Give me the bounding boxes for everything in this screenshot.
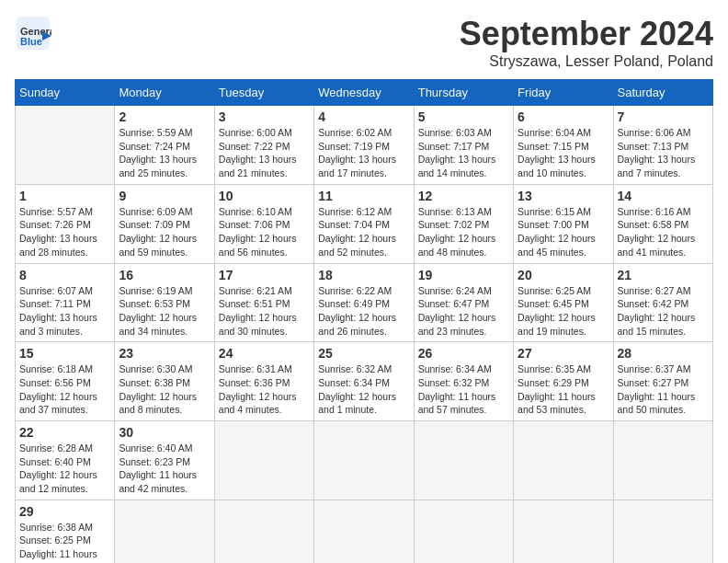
- calendar-cell: 8 Sunrise: 6:07 AMSunset: 7:11 PMDayligh…: [16, 263, 115, 342]
- day-number: 2: [119, 109, 210, 124]
- day-number: 8: [19, 268, 110, 282]
- calendar-cell: 24 Sunrise: 6:31 AMSunset: 6:36 PMDaylig…: [214, 342, 313, 421]
- col-thursday: Thursday: [414, 80, 513, 106]
- day-info: Sunrise: 6:31 AMSunset: 6:36 PMDaylight:…: [219, 362, 310, 417]
- day-number: 4: [318, 109, 409, 124]
- day-info: Sunrise: 6:03 AMSunset: 7:17 PMDaylight:…: [418, 126, 509, 180]
- col-monday: Monday: [115, 80, 214, 106]
- calendar-week-6: 29 Sunrise: 6:38 AMSunset: 6:25 PMDaylig…: [16, 500, 713, 563]
- day-number: 21: [618, 268, 709, 282]
- calendar-cell: 7 Sunrise: 6:06 AMSunset: 7:13 PMDayligh…: [613, 106, 712, 185]
- month-title: September 2024: [460, 15, 713, 53]
- calendar-cell: 21 Sunrise: 6:27 AMSunset: 6:42 PMDaylig…: [613, 263, 712, 342]
- day-info: Sunrise: 6:19 AMSunset: 6:53 PMDaylight:…: [119, 284, 210, 339]
- calendar-table: Sunday Monday Tuesday Wednesday Thursday…: [15, 79, 713, 563]
- day-info: Sunrise: 6:38 AMSunset: 6:25 PMDaylight:…: [19, 521, 110, 563]
- day-number: 12: [418, 189, 509, 203]
- calendar-cell: 19 Sunrise: 6:24 AMSunset: 6:47 PMDaylig…: [414, 263, 513, 342]
- day-number: 7: [618, 109, 709, 124]
- day-number: 1: [19, 189, 110, 203]
- day-info: Sunrise: 6:18 AMSunset: 6:56 PMDaylight:…: [19, 362, 110, 417]
- day-info: Sunrise: 6:40 AMSunset: 6:23 PMDaylight:…: [119, 442, 210, 496]
- calendar-cell: [314, 500, 414, 563]
- calendar-cell: 26 Sunrise: 6:34 AMSunset: 6:32 PMDaylig…: [414, 342, 513, 421]
- calendar-cell: [214, 500, 313, 563]
- day-number: 11: [318, 189, 409, 203]
- calendar-cell: 2 Sunrise: 5:59 AMSunset: 7:24 PMDayligh…: [115, 106, 214, 185]
- day-number: 10: [219, 189, 310, 203]
- day-info: Sunrise: 6:37 AMSunset: 6:27 PMDaylight:…: [618, 362, 709, 417]
- day-info: Sunrise: 6:28 AMSunset: 6:40 PMDaylight:…: [19, 442, 110, 496]
- calendar-week-3: 8 Sunrise: 6:07 AMSunset: 7:11 PMDayligh…: [16, 263, 713, 342]
- day-number: 23: [119, 346, 210, 361]
- day-info: Sunrise: 6:32 AMSunset: 6:34 PMDaylight:…: [318, 362, 409, 417]
- day-number: 20: [518, 268, 609, 282]
- calendar-cell: 27 Sunrise: 6:35 AMSunset: 6:29 PMDaylig…: [514, 342, 613, 421]
- calendar-cell: [514, 500, 613, 563]
- day-number: 30: [119, 425, 210, 440]
- calendar-cell: 17 Sunrise: 6:21 AMSunset: 6:51 PMDaylig…: [214, 263, 313, 342]
- calendar-week-2: 1 Sunrise: 5:57 AMSunset: 7:26 PMDayligh…: [16, 184, 713, 263]
- calendar-header-row: Sunday Monday Tuesday Wednesday Thursday…: [16, 80, 713, 106]
- calendar-cell: [613, 421, 712, 500]
- calendar-cell: 23 Sunrise: 6:30 AMSunset: 6:38 PMDaylig…: [115, 342, 214, 421]
- svg-text:Blue: Blue: [20, 36, 42, 47]
- calendar-cell: [613, 500, 712, 563]
- col-sunday: Sunday: [16, 80, 115, 106]
- calendar-week-5: 22 Sunrise: 6:28 AMSunset: 6:40 PMDaylig…: [16, 421, 713, 500]
- logo: General Blue: [15, 15, 51, 52]
- calendar-cell: 13 Sunrise: 6:15 AMSunset: 7:00 PMDaylig…: [514, 184, 613, 263]
- col-saturday: Saturday: [613, 80, 712, 106]
- calendar-cell: 29 Sunrise: 6:38 AMSunset: 6:25 PMDaylig…: [16, 500, 115, 563]
- day-number: 22: [19, 425, 110, 440]
- calendar-cell: [314, 421, 414, 500]
- col-friday: Friday: [514, 80, 613, 106]
- day-info: Sunrise: 6:24 AMSunset: 6:47 PMDaylight:…: [418, 284, 509, 339]
- day-info: Sunrise: 6:04 AMSunset: 7:15 PMDaylight:…: [518, 126, 609, 180]
- calendar-cell: 6 Sunrise: 6:04 AMSunset: 7:15 PMDayligh…: [514, 106, 613, 185]
- calendar-week-4: 15 Sunrise: 6:18 AMSunset: 6:56 PMDaylig…: [16, 342, 713, 421]
- calendar-cell: 16 Sunrise: 6:19 AMSunset: 6:53 PMDaylig…: [115, 263, 214, 342]
- col-wednesday: Wednesday: [314, 80, 414, 106]
- day-info: Sunrise: 6:12 AMSunset: 7:04 PMDaylight:…: [318, 205, 409, 259]
- day-number: 18: [318, 268, 409, 282]
- calendar-cell: [414, 500, 513, 563]
- day-info: Sunrise: 6:21 AMSunset: 6:51 PMDaylight:…: [219, 284, 310, 339]
- col-tuesday: Tuesday: [214, 80, 313, 106]
- calendar-cell: 18 Sunrise: 6:22 AMSunset: 6:49 PMDaylig…: [314, 263, 414, 342]
- day-number: 14: [618, 189, 709, 203]
- day-number: 6: [518, 109, 609, 124]
- calendar-cell: 20 Sunrise: 6:25 AMSunset: 6:45 PMDaylig…: [514, 263, 613, 342]
- calendar-cell: 9 Sunrise: 6:09 AMSunset: 7:09 PMDayligh…: [115, 184, 214, 263]
- calendar-cell: 22 Sunrise: 6:28 AMSunset: 6:40 PMDaylig…: [16, 421, 115, 500]
- day-info: Sunrise: 6:16 AMSunset: 6:58 PMDaylight:…: [618, 205, 709, 259]
- day-number: 16: [119, 268, 210, 282]
- calendar-cell: 28 Sunrise: 6:37 AMSunset: 6:27 PMDaylig…: [613, 342, 712, 421]
- calendar-cell: 30 Sunrise: 6:40 AMSunset: 6:23 PMDaylig…: [115, 421, 214, 500]
- title-section: September 2024 Stryszawa, Lesser Poland,…: [460, 15, 713, 70]
- day-number: 15: [19, 346, 110, 361]
- calendar-cell: [514, 421, 613, 500]
- day-info: Sunrise: 5:59 AMSunset: 7:24 PMDaylight:…: [119, 126, 210, 180]
- day-number: 5: [418, 109, 509, 124]
- day-number: 27: [518, 346, 609, 361]
- day-number: 17: [219, 268, 310, 282]
- calendar-cell: 12 Sunrise: 6:13 AMSunset: 7:02 PMDaylig…: [414, 184, 513, 263]
- calendar-cell: [16, 106, 115, 185]
- day-info: Sunrise: 6:35 AMSunset: 6:29 PMDaylight:…: [518, 362, 609, 417]
- day-info: Sunrise: 6:27 AMSunset: 6:42 PMDaylight:…: [618, 284, 709, 339]
- subtitle: Stryszawa, Lesser Poland, Poland: [460, 53, 713, 70]
- day-info: Sunrise: 6:34 AMSunset: 6:32 PMDaylight:…: [418, 362, 509, 417]
- calendar-cell: 15 Sunrise: 6:18 AMSunset: 6:56 PMDaylig…: [16, 342, 115, 421]
- calendar-week-1: 2 Sunrise: 5:59 AMSunset: 7:24 PMDayligh…: [16, 106, 713, 185]
- day-number: 9: [119, 189, 210, 203]
- day-info: Sunrise: 6:00 AMSunset: 7:22 PMDaylight:…: [219, 126, 310, 180]
- calendar-cell: 4 Sunrise: 6:02 AMSunset: 7:19 PMDayligh…: [314, 106, 414, 185]
- day-number: 13: [518, 189, 609, 203]
- day-info: Sunrise: 5:57 AMSunset: 7:26 PMDaylight:…: [19, 205, 110, 259]
- calendar-cell: [414, 421, 513, 500]
- header: General Blue September 2024 Stryszawa, L…: [15, 15, 713, 70]
- day-info: Sunrise: 6:07 AMSunset: 7:11 PMDaylight:…: [19, 284, 110, 339]
- day-number: 25: [318, 346, 409, 361]
- day-number: 26: [418, 346, 509, 361]
